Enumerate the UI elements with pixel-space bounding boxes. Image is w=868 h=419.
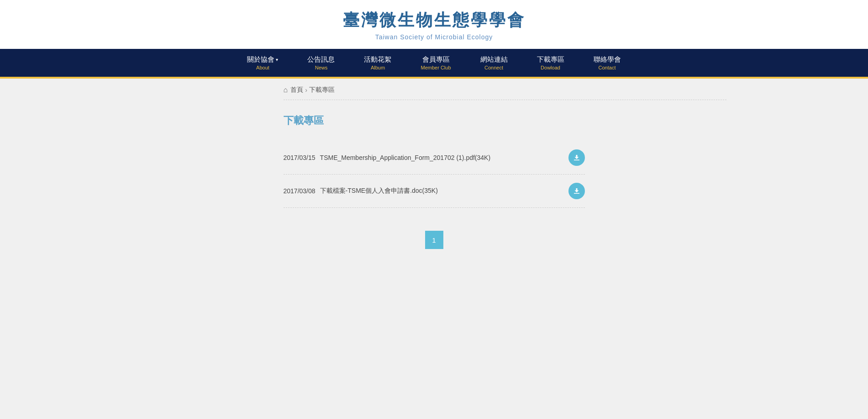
nav-label-zh-member: 會員專區 — [422, 55, 450, 64]
nav-label-en-connect: Connect — [484, 65, 503, 70]
breadcrumb-section: ⌂ 首頁 › 下載專區 — [142, 79, 726, 100]
nav-label-zh-download: 下載專區 — [537, 55, 564, 64]
download-icon-1 — [573, 154, 581, 162]
nav-label-en-about: About — [256, 65, 269, 70]
download-button-2[interactable] — [568, 183, 585, 199]
page-title: 下載專區 — [284, 114, 585, 127]
nav-inner: 關於協會 ▾ About 公告訊息 News 活動花絮 Album 會員專區 M… — [0, 49, 868, 77]
pagination: 1 — [284, 231, 585, 249]
file-date-1: 2017/03/15 — [284, 154, 316, 161]
nav-label-zh-connect: 網站連結 — [480, 55, 508, 64]
page-button-1[interactable]: 1 — [425, 231, 443, 249]
nav-item-connect[interactable]: 網站連結 Connect — [466, 49, 522, 77]
nav-item-contact[interactable]: 聯絡學會 Contact — [579, 49, 636, 77]
file-name-1: TSME_Membership_Application_Form_201702 … — [320, 154, 563, 161]
nav-item-about[interactable]: 關於協會 ▾ About — [232, 49, 293, 77]
nav-item-download[interactable]: 下載專區 Dowload — [522, 49, 579, 77]
nav-label-zh-album: 活動花絮 — [364, 55, 391, 64]
nav-item-album[interactable]: 活動花絮 Album — [349, 49, 406, 77]
dropdown-arrow-about: ▾ — [276, 57, 278, 62]
svg-rect-1 — [574, 193, 579, 194]
breadcrumb-separator: › — [305, 86, 307, 94]
download-icon-2 — [573, 187, 581, 195]
nav-label-zh-about: 關於協會 — [247, 55, 274, 64]
nav-item-news[interactable]: 公告訊息 News — [293, 49, 349, 77]
nav-label-en-download: Dowload — [541, 65, 560, 70]
nav-label-zh-contact: 聯絡學會 — [594, 55, 621, 64]
file-list: 2017/03/15 TSME_Membership_Application_F… — [284, 141, 585, 208]
breadcrumb: ⌂ 首頁 › 下載專區 — [284, 86, 726, 100]
main-nav: 關於協會 ▾ About 公告訊息 News 活動花絮 Album 會員專區 M… — [0, 49, 868, 79]
site-title-en: Taiwan Society of Microbial Ecology — [0, 33, 868, 41]
file-date-2: 2017/03/08 — [284, 187, 316, 195]
nav-label-zh-news: 公告訊息 — [307, 55, 335, 64]
nav-label-en-news: News — [315, 65, 328, 70]
file-name-2: 下載檔案-TSME個人入會申請書.doc(35K) — [320, 187, 563, 195]
nav-item-member[interactable]: 會員專區 Member Club — [406, 49, 465, 77]
home-icon: ⌂ — [284, 86, 288, 94]
breadcrumb-home-link[interactable]: 首頁 — [290, 86, 303, 94]
nav-label-en-member: Member Club — [421, 65, 451, 70]
site-header: 臺灣微生物生態學學會 Taiwan Society of Microbial E… — [0, 0, 868, 49]
nav-label-en-album: Album — [371, 65, 385, 70]
nav-label-en-contact: Contact — [599, 65, 616, 70]
file-item: 2017/03/15 TSME_Membership_Application_F… — [284, 141, 585, 175]
main-content: 下載專區 2017/03/15 TSME_Membership_Applicat… — [142, 100, 726, 263]
file-item: 2017/03/08 下載檔案-TSME個人入會申請書.doc(35K) — [284, 175, 585, 208]
download-button-1[interactable] — [568, 149, 585, 166]
breadcrumb-current: 下載專區 — [309, 86, 335, 94]
svg-rect-0 — [574, 160, 579, 161]
site-title-zh: 臺灣微生物生態學學會 — [0, 9, 868, 32]
